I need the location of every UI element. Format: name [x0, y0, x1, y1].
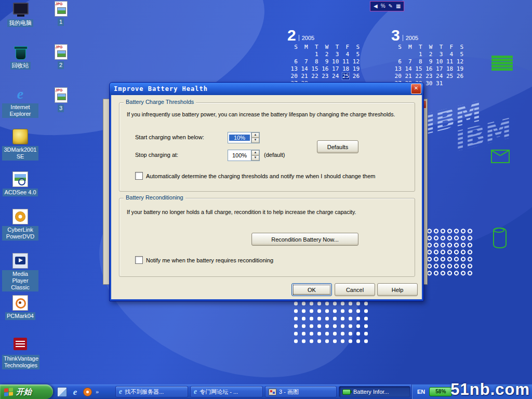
wallpaper-ring-grid	[426, 228, 474, 277]
jpg-file-icon	[55, 44, 68, 60]
mini-toolbar[interactable]: ◀ % ✎ ▦	[370, 1, 404, 11]
svg-text:IBM: IBM	[421, 96, 485, 140]
paint-icon	[269, 389, 276, 395]
desktop-icon-label: 3DMark2001 SE	[2, 146, 38, 161]
desktop-icon-jpg-2[interactable]: 2	[47, 44, 75, 69]
desktop-icon-label: ThinkVantage Technologies	[2, 355, 39, 369]
desktop-icon-label: 3	[58, 104, 64, 112]
spinner-down-icon[interactable]: ▼	[251, 138, 259, 143]
defaults-button[interactable]: Defaults	[317, 140, 358, 153]
calendar-year: 2005	[403, 35, 418, 41]
show-desktop-icon[interactable]	[57, 387, 67, 397]
start-button[interactable]: 开始	[0, 384, 53, 399]
calendar-february: 2 2005 S M T W T F S 1 2 3 4 5 6 7 8 9 1…	[287, 28, 360, 87]
taskbar-task-browser-2[interactable]: e 专门网论坛 - ...	[190, 386, 263, 397]
recondition-battery-now-button[interactable]: Recondition Battery Now...	[251, 233, 358, 246]
taskbar-task-battery-information[interactable]: Battery Infor...	[339, 386, 410, 397]
reconditioning-description: If your battery no longer holds a full c…	[127, 209, 356, 215]
default-note: (default)	[264, 152, 285, 158]
desktop-icon-jpg-1[interactable]: 1	[47, 1, 75, 26]
envelope-icon	[491, 150, 510, 163]
cancel-button[interactable]: Cancel	[335, 283, 375, 296]
close-icon[interactable]: ✕	[411, 84, 421, 94]
speaker-icon[interactable]: ◀	[374, 4, 378, 9]
display-icon[interactable]: ▦	[396, 4, 401, 9]
desktop-icon-label: Media Player Classic	[2, 270, 38, 291]
dialog-titlebar[interactable]: Improve Battery Health ✕	[110, 83, 423, 95]
spinner-up-icon[interactable]: ▲	[251, 132, 259, 138]
desktop-icon-my-computer[interactable]: 我的电脑	[2, 2, 38, 27]
notify-reconditioning-checkbox-row: Notify me when the battery requires reco…	[135, 256, 273, 264]
desktop-icon-pcmark04[interactable]: PCMark04	[2, 295, 38, 320]
calendar-month-number: 3	[391, 28, 400, 43]
desktop-icon-powerdvd[interactable]: CyberLink PowerDVD	[2, 209, 38, 241]
desktop-icon-media-player-classic[interactable]: Media Player Classic	[2, 253, 38, 291]
dialog-title: Improve Battery Health	[110, 85, 411, 92]
desktop-icon-recycle-bin[interactable]: 回收站	[2, 45, 38, 70]
acdsee-icon	[12, 171, 28, 187]
calendar-week: 6 7 8 9 10 11 12	[391, 58, 463, 65]
windows-flag-icon	[4, 388, 13, 396]
desktop-icon-label: 2	[58, 61, 64, 69]
stop-charging-label: Stop charging at:	[135, 152, 178, 158]
my-computer-icon	[11, 2, 29, 18]
taskbar-task-browser-1[interactable]: e 找不到服务器...	[115, 386, 188, 397]
desktop-icon-label: PCMark04	[5, 312, 35, 320]
calendar-week: 13 14 15 16 17 18 19	[287, 65, 360, 73]
notify-reconditioning-checkbox[interactable]	[135, 256, 143, 264]
keyboard-icon	[491, 56, 513, 71]
calendar-day-header: S M T W T F S	[287, 44, 360, 51]
spinner-up-icon[interactable]: ▲	[251, 150, 259, 155]
battery-charge-thresholds-group: Battery Charge Thresholds If you infrequ…	[119, 102, 415, 192]
desktop-icon-jpg-3[interactable]: 3	[47, 87, 75, 112]
desktop-icon-internet-explorer[interactable]: e Internet Explorer	[2, 86, 38, 118]
desktop: { "icons": { "close_glyph": "✕", "spin_u…	[0, 0, 532, 399]
calendar-week: 6 7 8 9 10 11 12	[287, 58, 360, 65]
stop-charging-spinner[interactable]: 100% ▲ ▼	[228, 150, 260, 161]
auto-determine-checkbox[interactable]	[135, 172, 143, 180]
calendar-week: 1 2 3 4 5	[287, 51, 360, 58]
jpg-file-icon	[55, 1, 68, 17]
calendar-week: 20 21 22 23 24 25 26	[391, 73, 463, 80]
pen-icon[interactable]: ✎	[389, 4, 393, 9]
media-player-quicklaunch-icon[interactable]	[83, 388, 92, 396]
internet-explorer-icon: e	[119, 388, 122, 396]
help-button[interactable]: Help	[377, 283, 418, 296]
calendar-week: 1 2 3 4 5	[391, 51, 463, 58]
calendar-week: 20 21 22 23 24 25 26	[287, 73, 360, 80]
ok-button[interactable]: OK	[291, 283, 332, 296]
task-label: 专门网论坛 - ...	[200, 388, 238, 396]
internet-explorer-quicklaunch-icon[interactable]: e	[71, 388, 79, 396]
start-charging-value[interactable]: 10%	[229, 135, 250, 141]
battery-cylinder-icon	[493, 228, 507, 248]
group-title: Battery Reconditioning	[124, 194, 185, 201]
internet-explorer-icon: e	[11, 86, 29, 102]
start-charging-spinner[interactable]: 10% ▲ ▼	[228, 132, 260, 143]
desktop-icon-label: ACDSee 4.0	[3, 189, 37, 196]
thresholds-description: If you infrequently use battery power, y…	[127, 111, 395, 117]
desktop-icon-3dmark2001[interactable]: 3DMark2001 SE	[2, 129, 38, 161]
calendar-march: 3 2005 S M T W T F S 1 2 3 4 5 6 7 8 9 1…	[391, 28, 463, 87]
calendar-week: 13 14 15 16 17 18 19	[391, 65, 463, 73]
start-button-label: 开始	[16, 387, 32, 397]
auto-determine-checkbox-row: Automatically determine the charging thr…	[135, 172, 375, 180]
calendar-year: 2005	[299, 35, 314, 41]
watermark-51nb: 51nb.com	[450, 380, 530, 399]
notify-reconditioning-label: Notify me when the battery requires reco…	[146, 257, 273, 263]
media-player-classic-icon	[12, 253, 28, 269]
desktop-icon-label: 我的电脑	[7, 19, 33, 27]
language-indicator[interactable]: EN	[417, 389, 425, 395]
spinner-down-icon[interactable]: ▼	[251, 155, 259, 161]
chevron-right-icon[interactable]: »	[96, 389, 99, 395]
jpg-file-icon	[55, 87, 68, 103]
quick-launch: e »	[57, 386, 99, 397]
desktop-icon-thinkvantage[interactable]: ThinkVantage Technologies	[2, 338, 38, 369]
wallpaper-dot-grid	[292, 300, 371, 345]
taskbar-task-paint[interactable]: 3 - 画图	[265, 386, 337, 397]
battery-meter-icon[interactable]: %	[381, 4, 385, 9]
desktop-icon-label: 1	[58, 18, 64, 26]
battery-percentage-indicator[interactable]: 58%	[429, 387, 452, 396]
desktop-icon-acdsee[interactable]: ACDSee 4.0	[2, 171, 38, 196]
auto-determine-label: Automatically determine the charging thr…	[146, 173, 375, 179]
stop-charging-value[interactable]: 100%	[228, 152, 251, 158]
